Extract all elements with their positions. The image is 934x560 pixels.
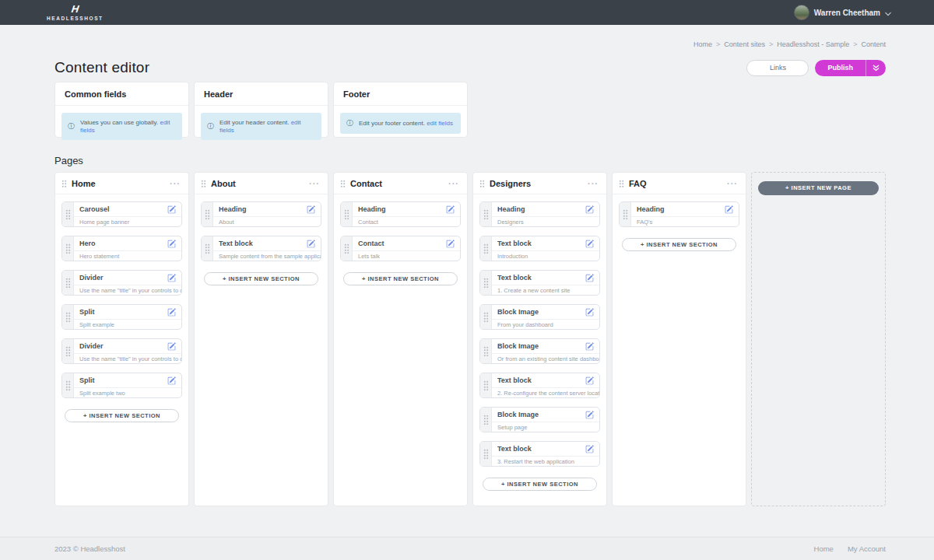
insert-new-section-button[interactable]: + INSERT NEW SECTION xyxy=(622,238,736,251)
drag-handle[interactable] xyxy=(62,373,74,397)
drag-handle[interactable] xyxy=(480,373,492,397)
section-description: Hero statement xyxy=(74,251,181,261)
new-page-column: + INSERT NEW PAGE xyxy=(751,172,886,506)
edit-section-icon[interactable] xyxy=(725,205,733,214)
drag-handle[interactable] xyxy=(480,236,492,261)
section-title-row: Text block xyxy=(492,236,599,251)
edit-section-icon[interactable] xyxy=(167,376,176,385)
edit-section-icon[interactable] xyxy=(585,205,594,214)
section-card: Heading Contact xyxy=(340,201,461,227)
edit-section-icon[interactable] xyxy=(167,205,176,214)
insert-new-section-button[interactable]: + INSERT NEW SECTION xyxy=(204,272,318,285)
breadcrumb-separator: > xyxy=(853,40,857,48)
brand-name: HEADLESSHOST xyxy=(47,16,104,21)
section-list: Heading Designers Text block Introductio… xyxy=(473,194,606,467)
ellipsis-menu-icon[interactable]: ··· xyxy=(588,181,599,186)
edit-section-icon[interactable] xyxy=(585,240,594,248)
section-type: Divider xyxy=(79,342,104,350)
section-title-row: Divider xyxy=(74,339,181,354)
section-card: Text block Sample content from the sampl… xyxy=(201,236,321,261)
edit-section-icon[interactable] xyxy=(585,376,594,385)
section-description: Home page banner xyxy=(74,217,181,226)
section-type: Block Image xyxy=(497,342,539,350)
drag-handle-icon[interactable] xyxy=(61,180,67,187)
edit-section-icon[interactable] xyxy=(167,342,176,351)
drag-handle-icon[interactable] xyxy=(479,180,485,187)
ellipsis-menu-icon[interactable]: ··· xyxy=(170,181,181,186)
drag-handle[interactable] xyxy=(620,202,631,226)
edit-section-icon[interactable] xyxy=(307,205,315,214)
insert-new-section-button[interactable]: + INSERT NEW SECTION xyxy=(65,409,179,422)
drag-handle-icon[interactable] xyxy=(619,180,624,187)
drag-handle[interactable] xyxy=(480,339,492,363)
section-type: Heading xyxy=(358,205,386,213)
column-title: About xyxy=(211,179,236,188)
drag-handle[interactable] xyxy=(480,442,492,466)
section-type: Text block xyxy=(497,240,532,247)
drag-handle-icon[interactable] xyxy=(340,180,346,187)
breadcrumb-site[interactable]: Headlesshost - Sample xyxy=(777,40,849,48)
edit-section-icon[interactable] xyxy=(585,274,594,282)
drag-handle[interactable] xyxy=(202,202,213,226)
edit-section-icon[interactable] xyxy=(585,445,594,453)
edit-section-icon[interactable] xyxy=(585,308,594,317)
drag-handle[interactable] xyxy=(480,202,492,226)
drag-handle[interactable] xyxy=(62,339,74,363)
user-menu[interactable]: Warren Cheetham xyxy=(794,5,891,20)
edit-section-icon[interactable] xyxy=(446,205,455,214)
drag-handle[interactable] xyxy=(480,271,492,295)
info-banner: ⓘ Edit your footer content. edit fields xyxy=(340,113,461,134)
ellipsis-menu-icon[interactable]: ··· xyxy=(309,181,320,186)
edit-section-icon[interactable] xyxy=(167,240,176,248)
edit-section-icon[interactable] xyxy=(585,411,594,419)
drag-handle[interactable] xyxy=(480,305,492,329)
card-title: Header xyxy=(195,82,328,106)
section-type: Split xyxy=(79,376,95,384)
links-button[interactable]: Links xyxy=(746,60,809,76)
breadcrumb-content-sites[interactable]: Content sites xyxy=(724,40,765,48)
section-card: Text block Introduction xyxy=(479,236,600,261)
edit-section-icon[interactable] xyxy=(585,342,594,351)
section-card: Heading FAQ's xyxy=(619,201,739,227)
section-type: Heading xyxy=(219,205,247,213)
drag-handle[interactable] xyxy=(62,202,74,226)
section-title-row: Split xyxy=(74,373,181,388)
drag-handle[interactable] xyxy=(62,271,74,295)
drag-handle[interactable] xyxy=(341,202,353,226)
drag-dots-icon xyxy=(65,278,71,288)
publish-button[interactable]: Publish xyxy=(815,60,886,76)
drag-handle-icon[interactable] xyxy=(201,180,206,187)
insert-new-section-button[interactable]: + INSERT NEW SECTION xyxy=(483,478,597,491)
section-body: Text block Sample content from the sampl… xyxy=(213,236,321,261)
brand-logo[interactable]: H HEADLESSHOST xyxy=(47,4,104,21)
edit-section-icon[interactable] xyxy=(167,308,176,317)
page-column: Designers ··· Heading Designers Text blo… xyxy=(472,172,607,506)
section-description: About xyxy=(213,217,321,226)
drag-handle[interactable] xyxy=(202,236,213,261)
section-card: Block Image Or from an existing content … xyxy=(479,338,600,364)
edit-section-icon[interactable] xyxy=(167,274,176,282)
section-card: Block Image From your dashboard xyxy=(479,304,600,330)
section-type: Heading xyxy=(637,205,665,213)
drag-dots-icon xyxy=(483,415,489,425)
section-type: Text block xyxy=(219,240,253,247)
edit-section-icon[interactable] xyxy=(307,240,315,248)
double-chevron-down-icon[interactable] xyxy=(866,65,886,72)
footer-link-home[interactable]: Home xyxy=(814,544,834,553)
edit-section-icon[interactable] xyxy=(446,240,455,248)
drag-handle[interactable] xyxy=(480,408,492,432)
section-title-row: Split xyxy=(74,305,181,320)
drag-handle[interactable] xyxy=(62,236,74,261)
ellipsis-menu-icon[interactable]: ··· xyxy=(448,181,459,186)
breadcrumb-home[interactable]: Home xyxy=(693,40,712,48)
ellipsis-menu-icon[interactable]: ··· xyxy=(727,181,738,186)
insert-new-page-button[interactable]: + INSERT NEW PAGE xyxy=(758,181,879,195)
user-name: Warren Cheetham xyxy=(814,9,880,17)
section-type: Contact xyxy=(358,240,384,247)
footer-link-my-account[interactable]: My Account xyxy=(848,544,886,553)
drag-handle[interactable] xyxy=(341,236,353,261)
column-title: Designers xyxy=(490,179,531,188)
insert-new-section-button[interactable]: + INSERT NEW SECTION xyxy=(343,272,458,285)
edit-fields-link[interactable]: edit fields xyxy=(427,120,453,127)
drag-handle[interactable] xyxy=(62,305,74,329)
